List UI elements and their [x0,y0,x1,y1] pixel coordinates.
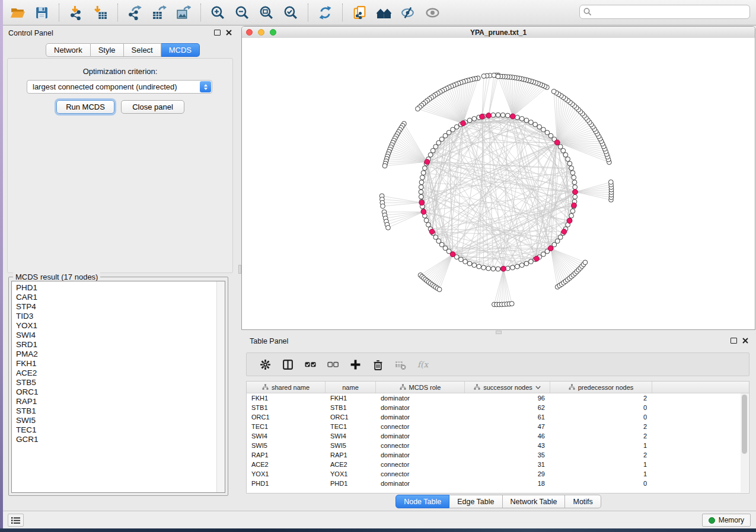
mcds-result-item[interactable]: STB5 [12,378,225,387]
zoom-fit-button[interactable] [254,2,279,23]
first-neighbors-button[interactable] [372,2,396,23]
mcds-hub-node[interactable] [573,190,578,195]
table-row[interactable]: PHD1PHD1dominator180 [247,479,749,488]
mcds-result-item[interactable]: PHD1 [12,281,225,293]
export-network-button[interactable] [123,2,147,23]
column-header-predecessor-nodes[interactable]: predecessor nodes [550,382,652,393]
search-input[interactable] [595,7,746,17]
mcds-list-scrollbar[interactable] [216,281,225,492]
column-header-shared-name[interactable]: shared name [247,382,326,393]
criterion-select[interactable]: largest connected component (undirected) [27,80,212,94]
mcds-result-item[interactable]: TEC1 [12,425,225,435]
close-panel-button[interactable]: Close panel [121,100,184,114]
add-column-button[interactable] [344,355,366,374]
mcds-result-item[interactable]: FKH1 [12,359,225,368]
window-close-button[interactable] [246,29,253,36]
show-all-button[interactable] [420,2,445,23]
mcds-result-item[interactable]: CAR1 [12,293,225,302]
network-canvas-svg[interactable] [242,38,755,329]
window-zoom-button[interactable] [270,29,276,36]
open-file-button[interactable] [5,2,30,23]
tab-style[interactable]: Style [91,43,124,57]
mcds-result-item[interactable]: SWI5 [12,416,225,425]
table-row[interactable]: TEC1TEC1connector472 [247,422,749,431]
tab-node-table[interactable]: Node Table [395,495,449,508]
mcds-hub-node[interactable] [501,266,506,271]
mcds-hub-node[interactable] [421,209,426,214]
mcds-hub-node[interactable] [461,121,466,126]
mcds-hub-node[interactable] [572,203,577,208]
tab-motifs[interactable]: Motifs [565,495,601,508]
mcds-result-item[interactable]: SRD1 [12,340,225,350]
show-column-panel-button[interactable] [276,355,299,374]
mcds-result-item[interactable]: TID3 [12,312,225,321]
table-scrollbar[interactable] [741,393,748,492]
show-panels-menu-button[interactable] [8,514,24,527]
mcds-hub-node[interactable] [425,159,430,165]
mcds-hub-node[interactable] [554,140,560,145]
window-minimize-button[interactable] [258,29,264,36]
mcds-result-item[interactable]: STP4 [12,302,225,312]
float-table-panel-icon[interactable] [731,338,737,344]
horizontal-splitter[interactable] [496,331,502,334]
tab-network[interactable]: Network [46,43,91,57]
table-options-button[interactable] [254,355,276,374]
table-row[interactable]: YOX1YOX1connector291 [247,469,749,479]
tab-edge-table[interactable]: Edge Table [449,495,502,508]
export-table-button[interactable] [147,2,171,23]
mcds-hub-node[interactable] [534,256,540,261]
search-box[interactable] [579,5,750,19]
mcds-hub-node[interactable] [486,113,492,118]
close-panel-icon[interactable] [226,30,232,36]
mcds-result-list[interactable]: PHD1CAR1STP4TID3YOX1SWI4SRD1PMA2FKH1ACE2… [11,281,225,493]
select-all-columns-button[interactable] [299,355,321,374]
column-header-name[interactable]: name [326,382,376,393]
mcds-hub-node[interactable] [450,252,455,257]
mcds-hub-node[interactable] [562,229,567,235]
table-row[interactable]: ORC1ORC1dominator610 [247,412,749,422]
clone-network-button[interactable] [347,2,372,23]
mcds-result-item[interactable]: GCR1 [12,435,225,444]
import-network-button[interactable] [64,2,88,23]
close-table-panel-icon[interactable] [742,338,748,344]
mcds-result-item[interactable]: STB1 [12,406,225,416]
table-row[interactable]: SWI5SWI5connector431 [247,441,749,450]
mcds-result-item[interactable]: PMA2 [12,350,225,359]
mcds-hub-node[interactable] [510,114,515,119]
tab-network-table[interactable]: Network Table [503,495,566,508]
zoom-out-button[interactable] [230,2,254,23]
mcds-result-item[interactable]: ACE2 [12,368,225,378]
run-mcds-button[interactable]: Run MCDS [56,100,114,114]
mcds-result-item[interactable]: SWI4 [12,331,225,340]
import-table-button[interactable] [88,2,113,23]
column-header-successor-nodes[interactable]: successor nodes [465,382,550,393]
memory-button[interactable]: Memory [702,514,751,527]
table-row[interactable]: FKH1FKH1dominator962 [247,393,749,403]
mcds-result-item[interactable]: YOX1 [12,321,225,331]
tab-mcds[interactable]: MCDS [161,43,200,57]
unselect-all-columns-button[interactable] [321,355,344,374]
delete-column-button[interactable] [366,355,389,374]
tab-select[interactable]: Select [124,43,161,57]
mcds-hub-node[interactable] [480,114,485,119]
zoom-selected-button[interactable] [279,2,303,23]
float-panel-icon[interactable] [214,30,221,36]
table-row[interactable]: RAP1RAP1dominator352 [247,450,749,460]
mcds-hub-node[interactable] [419,200,425,206]
zoom-in-button[interactable] [206,2,230,23]
save-session-button[interactable] [30,2,54,23]
table-row[interactable]: STB1STB1dominator620 [247,403,749,412]
mcds-hub-node[interactable] [548,246,553,251]
refresh-button[interactable] [313,2,337,23]
mcds-result-item[interactable]: RAP1 [12,397,225,406]
mcds-hub-node[interactable] [429,229,435,235]
table-row[interactable]: SWI4SWI4dominator462 [247,431,749,441]
table-row[interactable]: ACE2ACE2connector311 [247,460,749,469]
mcds-hub-node[interactable] [567,218,572,223]
hide-selected-button[interactable] [396,2,420,23]
column-header-MCDS-role[interactable]: MCDS role [376,382,465,393]
mcds-result-item[interactable]: ORC1 [12,387,225,397]
table-scrollbar-thumb[interactable] [742,395,747,454]
network-window-titlebar[interactable]: YPA_prune.txt_1 [242,27,755,39]
export-image-button[interactable] [171,2,196,23]
